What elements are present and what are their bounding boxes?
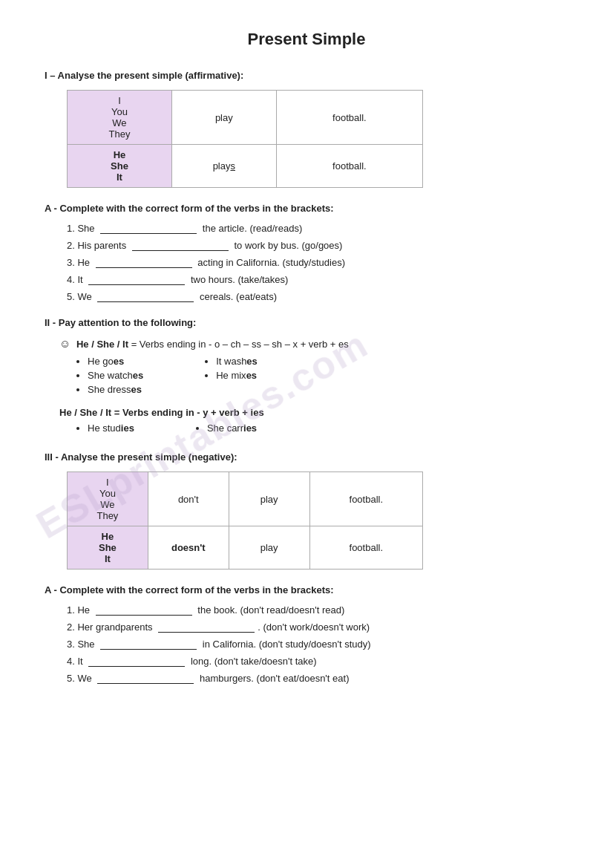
list-item: 5. We hamburgers. (don't eat/doesn't eat…	[67, 673, 568, 684]
attention-box-2: He / She / It = Verbs ending in - y + ve…	[52, 407, 568, 437]
blank-3	[96, 258, 192, 268]
blank-neg-5	[97, 673, 194, 684]
list-item: It washes	[216, 356, 258, 367]
bullet-col-left-1: He goes She watches She dresses	[74, 356, 143, 398]
section-a2-title: A - Complete with the correct form of th…	[45, 584, 568, 595]
blank-5	[97, 292, 194, 302]
list-item: 4. It two hours. (take/takes)	[67, 274, 568, 285]
neg-subject-cell-2: HeSheIt	[68, 526, 148, 570]
neg-aux-cell-2: doesn't	[148, 526, 229, 570]
table-row: IYouWeThey play football.	[68, 91, 423, 145]
subject-cell-1: IYouWeThey	[68, 91, 172, 145]
verb-cell-2: plays	[171, 145, 276, 188]
obj-cell-1: football.	[276, 91, 422, 145]
list-item: 2. Her grandparents . (don't work/doesn'…	[67, 621, 568, 633]
section-negative: III - Analyse the present simple (negati…	[45, 451, 568, 570]
list-item: 4. It long. (don't take/doesn't take)	[67, 656, 568, 667]
table-row: HeSheIt doesn't play football.	[68, 526, 423, 570]
exercise-list-2: 1. He the book. (don't read/doesn't read…	[45, 604, 568, 684]
rule1: ☺ He / She / It = Verbs ending in - o – …	[59, 337, 568, 350]
verb-cell-1: play	[171, 91, 276, 145]
neg-verb-cell-2: play	[229, 526, 309, 570]
blank-4	[88, 275, 185, 285]
table-row: HeSheIt plays football.	[68, 145, 423, 188]
table-row: IYouWeThey don't play football.	[68, 472, 423, 526]
neg-aux-cell-1: don't	[148, 472, 229, 526]
exercise-list-1: 1. She the article. (read/reads) 2. His …	[45, 223, 568, 302]
bullet-col-right-1: It washes He mixes	[203, 356, 258, 398]
section3-title: III - Analyse the present simple (negati…	[45, 451, 568, 463]
section-affirmative: I – Analyse the present simple (affirmat…	[45, 70, 568, 188]
obj-cell-2: football.	[276, 145, 422, 188]
section-a1: A - Complete with the correct form of th…	[45, 203, 568, 302]
affirmative-table: IYouWeThey play football. HeSheIt plays …	[67, 90, 423, 188]
list-item: 2. His parents to work by bus. (go/goes)	[67, 240, 568, 251]
bullets-cols-2: He studies She carries	[74, 422, 568, 437]
blank-1	[100, 223, 197, 234]
blank-neg-4	[88, 656, 185, 667]
blank-neg-1	[96, 605, 192, 616]
neg-subject-cell-1: IYouWeThey	[68, 472, 148, 526]
subject-cell-2: HeSheIt	[68, 145, 172, 188]
section-a2: A - Complete with the correct form of th…	[45, 584, 568, 684]
section1-title: I – Analyse the present simple (affirmat…	[45, 70, 568, 81]
bullet-col-left-2: He studies	[74, 422, 134, 437]
blank-neg-2	[158, 622, 255, 633]
list-item: 3. He acting in California. (study/studi…	[67, 257, 568, 268]
blank-2	[132, 241, 229, 251]
neg-verb-cell-1: play	[229, 472, 309, 526]
list-item: He goes	[88, 356, 143, 367]
list-item: She carries	[207, 422, 257, 434]
bullets-cols-1: He goes She watches She dresses It washe…	[74, 356, 568, 398]
rule2-label: He / She / It = Verbs ending in - y + ve…	[59, 407, 568, 418]
list-item: 3. She in California. (don't study/doesn…	[67, 639, 568, 650]
list-item: 1. She the article. (read/reads)	[67, 223, 568, 234]
smiley-icon: ☺	[59, 337, 71, 350]
page-title: Present Simple	[45, 30, 568, 49]
list-item: 1. He the book. (don't read/doesn't read…	[67, 604, 568, 616]
section2-title: II - Pay attention to the following:	[45, 317, 568, 328]
list-item: She watches	[88, 370, 143, 381]
section-a1-title: A - Complete with the correct form of th…	[45, 203, 568, 214]
section-attention: II - Pay attention to the following: ☺ H…	[45, 317, 568, 437]
neg-obj-cell-2: football.	[309, 526, 422, 570]
list-item: He studies	[88, 422, 134, 434]
blank-neg-3	[100, 639, 197, 650]
attention-box-1: ☺ He / She / It = Verbs ending in - o – …	[52, 337, 568, 398]
list-item: 5. We cereals. (eat/eats)	[67, 291, 568, 302]
list-item: He mixes	[216, 370, 258, 381]
negative-table: IYouWeThey don't play football. HeSheIt …	[67, 471, 423, 570]
neg-obj-cell-1: football.	[309, 472, 422, 526]
bullet-col-right-2: She carries	[194, 422, 257, 437]
list-item: She dresses	[88, 384, 143, 395]
